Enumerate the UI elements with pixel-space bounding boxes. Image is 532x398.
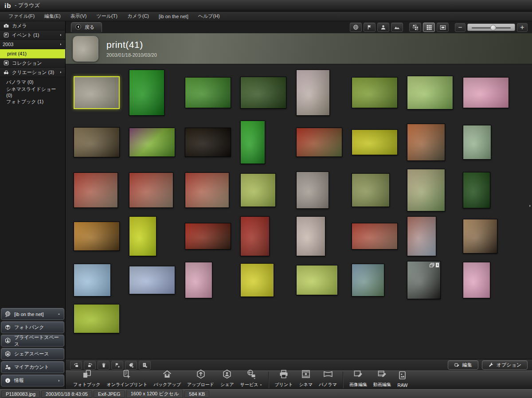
tool-upload-button[interactable]: アップロード [184, 371, 217, 389]
thumbnail-cell [296, 172, 352, 209]
scroll-right-icon[interactable] [528, 204, 532, 208]
rotate-right-button[interactable] [84, 361, 96, 370]
thumbnail-thatched-house-night[interactable] [185, 128, 231, 157]
thumbnail-sunset-birds-on-wire[interactable] [74, 222, 120, 251]
thumbnail-duck-in-pond[interactable] [74, 76, 120, 109]
thumbnail-swallows-on-stalk[interactable] [296, 265, 338, 295]
thumbnail-bird-on-blossom-branch[interactable] [296, 172, 329, 209]
thumbnail-bird-on-post-bamboo[interactable] [463, 125, 491, 160]
thumbnail-bird-yellow-green-bokeh[interactable] [129, 216, 156, 256]
thumbnail-cell [240, 263, 296, 297]
web-filter-button[interactable] [350, 23, 362, 32]
options-button[interactable]: オプション [482, 360, 528, 370]
thumbnail-bird-green-bokeh[interactable] [240, 173, 276, 207]
thumbnail-bird-pink-blossoms-2[interactable] [463, 262, 490, 298]
landscape-filter-button[interactable] [391, 23, 403, 32]
add-tag-button[interactable] [125, 361, 137, 370]
thumbnail-birds-on-grass-hill[interactable] [129, 128, 175, 157]
thumbnail-owls-in-foliage[interactable] [240, 121, 265, 164]
thumbnail-birds-on-snow[interactable] [129, 266, 175, 294]
delete-button[interactable] [98, 361, 110, 370]
net-item-my-account[interactable]: マイアカウント [1, 361, 64, 373]
thumbnail-swallows-on-fence[interactable] [74, 127, 120, 157]
add-note-button[interactable] [139, 361, 151, 370]
zoom-slider-handle[interactable] [490, 25, 496, 31]
tool-raw-button[interactable]: RAW [394, 371, 411, 389]
thumbnail-heron-on-log[interactable] [352, 77, 398, 108]
album-cover-thumbnail[interactable] [73, 36, 98, 62]
thumbnail-cell: 1 [407, 261, 462, 299]
thumbnail-owl-branch-leaves[interactable] [185, 77, 231, 108]
menu-item-file[interactable]: ファイル(F) [4, 12, 39, 21]
thumbnail-white-eye-red-berries-1[interactable] [74, 172, 118, 208]
menu-item-view[interactable]: 表示(V) [66, 12, 92, 21]
zoom-out-button[interactable]: − [455, 23, 466, 32]
zoom-in-button[interactable]: + [517, 23, 528, 32]
person-filter-button[interactable] [377, 23, 389, 32]
add-flag-button[interactable] [111, 361, 123, 370]
net-item-photobank[interactable]: フォトバンク [1, 321, 64, 333]
thumbnail-bird-red-maple[interactable] [352, 223, 398, 250]
net-item-ib-on-the-net[interactable]: [ib on the net] [1, 308, 64, 320]
thumbnail-two-owls-branch[interactable] [240, 77, 286, 109]
rotate-left-button[interactable] [70, 361, 82, 370]
group-view-button[interactable] [409, 23, 421, 32]
tool-photobook-button[interactable]: フォトブック [70, 371, 103, 389]
menu-item-camera[interactable]: カメラ(C) [122, 12, 154, 21]
tool-share-button[interactable]: シェア [217, 371, 237, 389]
sidebar-item-photobook[interactable]: フォトブック (1) [0, 97, 65, 106]
thumbnail-bird-in-pink-blossoms[interactable] [463, 77, 509, 108]
thumbnail-hawk-in-sky[interactable] [74, 264, 111, 297]
tool-panorama-button[interactable]: パノラマ [316, 371, 340, 389]
single-view-button[interactable] [437, 23, 449, 32]
tool-cinema-button[interactable]: シネマ [296, 371, 316, 389]
menu-item-edit[interactable]: 編集(E) [39, 12, 66, 21]
tool-service-button[interactable]: サービス [237, 371, 266, 389]
tool-print-button[interactable]: プリント [272, 371, 296, 389]
sidebar-item-year-2003[interactable]: 2003 [0, 40, 65, 49]
menu-item-ib-on-the-net[interactable]: [ib on the net] [154, 12, 193, 20]
thumbnail-bird-autumn-branch[interactable] [240, 216, 270, 256]
zoom-slider[interactable] [467, 23, 515, 31]
edit-button[interactable]: 編集 [448, 360, 478, 370]
tool-video-edit-button[interactable]: 動画編集 [370, 371, 394, 389]
thumbnail-white-eye-red-berries-3[interactable] [185, 172, 229, 208]
thumbnail-dark-water-reflection[interactable]: 1 [407, 261, 441, 299]
net-item-info[interactable]: 情報 [1, 375, 64, 386]
thumbnail-red-spider-lilies[interactable] [296, 128, 342, 157]
thumbnail-dark-forest-branch[interactable] [463, 172, 490, 208]
sidebar-item-events[interactable]: イベント (1) [0, 31, 65, 40]
thumbnail-kingfisher-red-leaves[interactable] [185, 223, 231, 250]
stack-badge-icon [429, 262, 435, 269]
sidebar-item-print-41[interactable]: print (41) [0, 49, 65, 59]
tool-image-edit-button[interactable]: 画像編集 [346, 371, 370, 389]
back-button[interactable]: 戻る [71, 22, 102, 32]
net-item-private-space[interactable]: プライベートスペース [1, 335, 64, 347]
thumbnail-owls-pair-light-green[interactable] [407, 76, 453, 109]
thumbnail-bird-pale-branch[interactable] [296, 216, 325, 256]
flag-filter-button[interactable] [364, 23, 376, 32]
sidebar-item-collection[interactable]: コレクション [0, 59, 65, 68]
thumbnail-white-eye-red-berries-2[interactable] [129, 172, 173, 208]
thumbnail-bird-on-green-grass[interactable] [74, 304, 120, 333]
thumbnail-yellow-rice-field[interactable] [352, 129, 398, 155]
thumbnail-bird-pink-blossom[interactable] [185, 262, 212, 298]
thumbnail-kingfisher-autumn-leaves[interactable] [407, 124, 445, 161]
tool-online-print-button[interactable]: オンラインプリント [103, 371, 150, 389]
thumbnail-heron-cherry-pond[interactable] [296, 70, 330, 116]
thumbnail-kingfisher-pair-branch[interactable] [407, 169, 445, 211]
sidebar-item-creation[interactable]: クリエーション (3) [0, 68, 65, 77]
thumbnail-bird-branch-red-blue[interactable] [407, 216, 436, 256]
net-item-share-space[interactable]: シェアスペース [1, 348, 64, 360]
sidebar-item-cinema-slideshow[interactable]: シネマスライドショー (0) [0, 87, 65, 97]
sidebar-item-camera[interactable]: カメラ [0, 21, 65, 31]
thumbnail-yellow-flower-field[interactable] [240, 263, 274, 297]
grid-view-button[interactable] [423, 23, 435, 32]
menu-item-tools[interactable]: ツール(T) [91, 12, 122, 21]
menu-item-help[interactable]: ヘルプ(H) [193, 12, 225, 21]
thumbnail-bird-dark-path[interactable] [463, 219, 497, 254]
tool-backup-button[interactable]: バックアップ [151, 371, 184, 389]
thumbnail-egret-at-lake[interactable] [352, 264, 384, 297]
thumbnail-bird-on-ground[interactable] [352, 173, 390, 207]
thumbnail-owl-on-branch-green[interactable] [129, 70, 164, 116]
